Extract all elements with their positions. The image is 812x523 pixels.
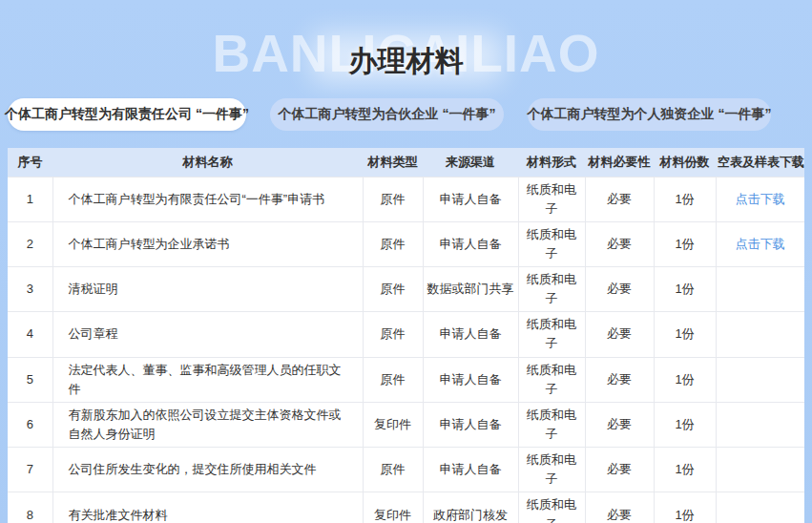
cell-copies: 1份 xyxy=(654,448,716,492)
cell-copies: 1份 xyxy=(654,357,716,402)
cell-material-name: 清税证明 xyxy=(52,267,363,312)
cell-download xyxy=(716,402,804,447)
cell-material-name: 法定代表人、董事、监事和高级管理人员的任职文件 xyxy=(52,357,363,402)
cell-necessity: 必要 xyxy=(585,357,654,402)
tab-limited-liability-company[interactable]: 个体工商户转型为有限责任公司 “一件事” xyxy=(8,98,246,131)
cell-download: 点击下载 xyxy=(716,221,804,266)
cell-material-type: 原件 xyxy=(363,448,423,492)
cell-material-form: 纸质和电子 xyxy=(518,448,585,492)
cell-copies: 1份 xyxy=(654,312,716,357)
cell-material-form: 纸质和电子 xyxy=(518,267,585,312)
materials-table: 序号材料名称材料类型来源渠道材料形式材料必要性材料份数空表及样表下载 1个体工商… xyxy=(8,148,804,523)
table-body: 1个体工商户转型为有限责任公司“一件事”申请书原件申请人自备纸质和电子必要1份点… xyxy=(8,177,804,523)
column-header-material-type: 材料类型 xyxy=(363,148,423,177)
cell-necessity: 必要 xyxy=(585,492,654,523)
cell-material-type: 复印件 xyxy=(363,492,423,523)
cell-index: 5 xyxy=(8,357,52,402)
cell-material-form: 纸质和电子 xyxy=(518,221,585,266)
cell-download xyxy=(716,357,804,402)
cell-download: 点击下载 xyxy=(716,177,804,221)
materials-table-container: 序号材料名称材料类型来源渠道材料形式材料必要性材料份数空表及样表下载 1个体工商… xyxy=(8,148,804,523)
cell-material-name: 公司章程 xyxy=(52,312,363,357)
column-header-copies: 材料份数 xyxy=(654,148,716,177)
cell-necessity: 必要 xyxy=(585,312,654,357)
cell-necessity: 必要 xyxy=(585,267,654,312)
cell-material-name: 公司住所发生变化的，提交住所使用相关文件 xyxy=(52,448,363,492)
cell-index: 6 xyxy=(8,402,52,447)
hero-banner: BANLICAILIAO 办理材料 xyxy=(0,0,812,95)
download-link[interactable]: 点击下载 xyxy=(736,192,785,206)
cell-material-name: 个体工商户转型为有限责任公司“一件事”申请书 xyxy=(52,177,363,221)
cell-copies: 1份 xyxy=(654,221,716,266)
download-link[interactable]: 点击下载 xyxy=(736,237,785,251)
cell-index: 7 xyxy=(8,448,52,492)
cell-material-type: 原件 xyxy=(363,267,423,312)
table-header-row: 序号材料名称材料类型来源渠道材料形式材料必要性材料份数空表及样表下载 xyxy=(8,148,804,177)
table-row: 5法定代表人、董事、监事和高级管理人员的任职文件原件申请人自备纸质和电子必要1份 xyxy=(8,357,804,402)
cell-necessity: 必要 xyxy=(585,402,654,447)
table-row: 1个体工商户转型为有限责任公司“一件事”申请书原件申请人自备纸质和电子必要1份点… xyxy=(8,177,804,221)
cell-download xyxy=(716,448,804,492)
cell-index: 2 xyxy=(8,221,52,266)
cell-download xyxy=(716,267,804,312)
cell-source-channel: 申请人自备 xyxy=(423,357,518,402)
cell-material-name: 有新股东加入的依照公司设立提交主体资格文件或自然人身份证明 xyxy=(52,402,363,447)
cell-download xyxy=(716,492,804,523)
cell-index: 8 xyxy=(8,492,52,523)
cell-source-channel: 申请人自备 xyxy=(423,312,518,357)
cell-necessity: 必要 xyxy=(585,177,654,221)
cell-source-channel: 申请人自备 xyxy=(423,177,518,221)
column-header-source-channel: 来源渠道 xyxy=(423,148,518,177)
cell-material-type: 复印件 xyxy=(363,402,423,447)
cell-necessity: 必要 xyxy=(585,221,654,266)
cell-copies: 1份 xyxy=(654,402,716,447)
cell-material-type: 原件 xyxy=(363,177,423,221)
cell-index: 3 xyxy=(8,267,52,312)
cell-source-channel: 申请人自备 xyxy=(423,448,518,492)
column-header-necessity: 材料必要性 xyxy=(585,148,654,177)
cell-copies: 1份 xyxy=(654,177,716,221)
cell-index: 4 xyxy=(8,312,52,357)
cell-material-type: 原件 xyxy=(363,221,423,266)
table-row: 3清税证明原件数据或部门共享纸质和电子必要1份 xyxy=(8,267,804,312)
table-row: 7公司住所发生变化的，提交住所使用相关文件原件申请人自备纸质和电子必要1份 xyxy=(8,448,804,492)
cell-index: 1 xyxy=(8,177,52,221)
cell-copies: 1份 xyxy=(654,492,716,523)
cell-source-channel: 数据或部门共享 xyxy=(423,267,518,312)
table-row: 8有关批准文件材料复印件政府部门核发纸质和电子必要1份 xyxy=(8,492,804,523)
column-header-material-name: 材料名称 xyxy=(52,148,363,177)
cell-copies: 1份 xyxy=(654,267,716,312)
page: { "page": { "watermark": "BANLICAILIAO",… xyxy=(0,0,812,523)
cell-material-form: 纸质和电子 xyxy=(518,312,585,357)
cell-source-channel: 政府部门核发 xyxy=(423,492,518,523)
table-row: 2个体工商户转型为企业承诺书原件申请人自备纸质和电子必要1份点击下载 xyxy=(8,221,804,266)
tab-partnership-enterprise[interactable]: 个体工商户转型为合伙企业 “一件事” xyxy=(270,98,504,131)
cell-material-name: 个体工商户转型为企业承诺书 xyxy=(52,221,363,266)
cell-material-form: 纸质和电子 xyxy=(518,357,585,402)
cell-source-channel: 申请人自备 xyxy=(423,402,518,447)
cell-necessity: 必要 xyxy=(585,448,654,492)
column-header-download: 空表及样表下载 xyxy=(716,148,804,177)
column-header-material-form: 材料形式 xyxy=(518,148,585,177)
cell-source-channel: 申请人自备 xyxy=(423,221,518,266)
cell-material-form: 纸质和电子 xyxy=(518,492,585,523)
page-title: 办理材料 xyxy=(0,42,812,81)
tab-sole-proprietorship-enterprise[interactable]: 个体工商户转型为个人独资企业 “一件事” xyxy=(528,98,771,131)
cell-material-form: 纸质和电子 xyxy=(518,177,585,221)
table-row: 4公司章程原件申请人自备纸质和电子必要1份 xyxy=(8,312,804,357)
cell-material-type: 原件 xyxy=(363,357,423,402)
cell-material-name: 有关批准文件材料 xyxy=(52,492,363,523)
cell-material-form: 纸质和电子 xyxy=(518,402,585,447)
tab-bar: 个体工商户转型为有限责任公司 “一件事” 个体工商户转型为合伙企业 “一件事” … xyxy=(8,98,771,131)
cell-material-type: 原件 xyxy=(363,312,423,357)
cell-download xyxy=(716,312,804,357)
table-row: 6有新股东加入的依照公司设立提交主体资格文件或自然人身份证明复印件申请人自备纸质… xyxy=(8,402,804,447)
column-header-index: 序号 xyxy=(8,148,52,177)
